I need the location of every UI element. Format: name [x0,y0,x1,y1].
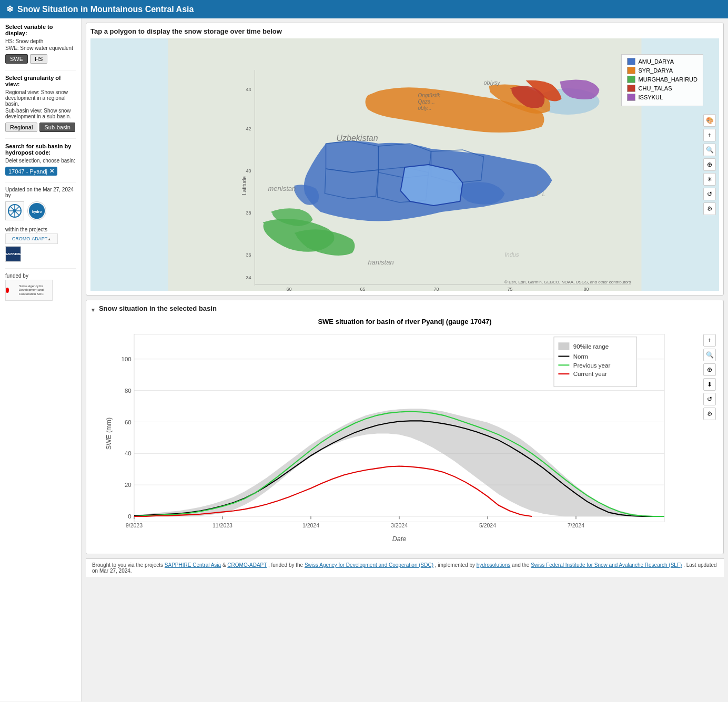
svg-text:© Esri, Esri, Garmin, GEBCO, N: © Esri, Esri, Garmin, GEBCO, NOAA, USGS,… [504,280,631,284]
svg-text:34: 34 [246,275,251,280]
svg-text:SWE (mm): SWE (mm) [105,418,113,450]
color-wheel-button[interactable]: 🎨 [703,114,716,127]
svg-text:Uzbekistan: Uzbekistan [337,134,378,143]
app-header: ❄ Snow Situation in Mountainous Central … [0,0,728,18]
variable-label: Select variable to display: [5,24,76,36]
svg-text:11/2023: 11/2023 [213,522,232,528]
badge-close-button[interactable]: ✕ [49,168,54,175]
map-refresh-button[interactable]: ↺ [703,188,716,200]
sapphire-logo: SAPPHIRE [5,246,21,262]
svg-text:90%ile range: 90%ile range [573,343,609,350]
footer-text-and: and the [512,562,531,568]
svg-text:menistan: menistan [268,185,296,192]
svg-text:Latitude: Latitude [241,176,247,195]
sapphire-area: SAPPHIRE [5,246,76,262]
svg-text:Indus: Indus [505,251,519,258]
svg-text:70: 70 [433,287,439,291]
footer-and: & [223,562,227,568]
svg-text:5/2024: 5/2024 [479,522,496,528]
chart-search-button[interactable]: 🔍 [703,349,716,361]
badge-text: 17047 - Pyandj [8,168,47,175]
regional-desc: Regional view: Show snow development in … [5,89,76,107]
chart-settings-button[interactable]: ⚙ [703,408,716,420]
svg-text:oblysy: oblysy [484,79,501,86]
chart-title: SWE situation for basin of river Pyandj … [90,318,719,325]
svg-point-5 [13,209,16,212]
legend-amu-darya: AMU_DARYA [627,58,697,65]
svg-text:65: 65 [360,287,365,291]
sidebar: Select variable to display: HS: Snow dep… [0,18,82,701]
footer-sapphire-link[interactable]: SAPPHIRE Central Asia [165,562,221,568]
svg-text:Current year: Current year [573,371,607,377]
svg-text:40: 40 [125,451,132,457]
within-projects-text: within the projects [5,227,76,232]
sdc-logo: Swiss Agency for Development and Coopera… [5,280,53,301]
footer-sdc-link[interactable]: Swiss Agency for Development and Coopera… [305,562,433,568]
footer-slf-link[interactable]: Swiss Federal Institude for Snow and Ava… [531,562,682,568]
swe-button[interactable]: SWE [5,54,28,64]
svg-text:38: 38 [246,210,251,216]
header-icon: ❄ [6,4,13,14]
svg-text:9/2023: 9/2023 [126,522,143,528]
footer-text-impl: , implemented by [435,562,477,568]
chart-download-button[interactable]: ⬇ [703,378,716,391]
updated-section: Updated on the Mar 27, 2024 by [5,187,76,220]
chart-refresh-button[interactable]: ↺ [703,393,716,405]
svg-text:80: 80 [583,287,589,291]
legend-color-murghab [627,76,635,83]
divider-2 [5,138,76,139]
app-title: Snow Situation in Mountainous Central As… [17,5,194,14]
divider-1 [5,70,76,70]
svg-text:36: 36 [246,252,251,258]
projects-section: within the projects CROMO-ADAPT ▲ SAPPHI… [5,227,76,262]
legend-murghab: MURGHAB_HARIRUD [627,76,697,83]
chart-toolbar: + 🔍 ⊕ ⬇ ↺ ⚙ [703,334,716,420]
svg-text:100: 100 [122,356,132,362]
map-filter-button[interactable]: ✳ [703,173,716,186]
svg-text:Previous year: Previous year [573,362,611,369]
legend-label-murghab: MURGHAB_HARIRUD [639,76,697,83]
map-settings-button[interactable]: ⚙ [703,202,716,215]
map-container[interactable]: Uzbekistan menistan hanistan oblysy Ongt… [90,38,719,291]
chart-zoom-in-button[interactable]: + [703,334,716,347]
svg-text:obly...: obly... [418,105,432,111]
legend-label-issykul: ISSYKUL [639,94,663,100]
svg-rect-64 [558,342,569,350]
subbasin-button[interactable]: Sub-basin [39,123,75,132]
variable-section: Select variable to display: HS: Snow dep… [5,24,76,64]
svg-text:Date: Date [392,535,407,543]
zoom-in-button[interactable]: + [703,129,716,141]
map-search-button[interactable]: 🔍 [703,144,716,156]
footer-cromo-link[interactable]: CROMO-ADAPT [227,562,267,568]
footer-text-mid: , funded by the [268,562,305,568]
chart-svg: 0 20 40 60 80 100 9/2023 11/2023 1/2024 … [90,329,719,550]
main-layout: Select variable to display: HS: Snow dep… [0,18,728,701]
map-toolbar: 🎨 + 🔍 ⊕ ✳ ↺ ⚙ [703,114,716,215]
legend-color-syr [627,67,635,74]
svg-text:20: 20 [125,482,132,488]
map-layers-button[interactable]: ⊕ [703,158,716,171]
legend-label-syr: SYR_DARYA [639,67,673,74]
funding-section: funded by Swiss Agency for Development a… [5,273,76,301]
svg-text:60: 60 [286,287,291,291]
divider-3 [5,182,76,182]
search-section: Search for sub-basin by hydropost code: … [5,143,76,176]
updated-text: Updated on the Mar 27, 2024 by [5,187,76,198]
svg-text:60: 60 [125,419,132,425]
svg-text:Qaza...: Qaza... [418,99,435,105]
slf-logo [5,201,24,220]
footer-hydro-link[interactable]: hydrosolutions [477,562,510,568]
chart-layers-button[interactable]: ⊕ [703,363,716,376]
granularity-section: Select granularity of view: Regional vie… [5,75,76,132]
svg-text:75: 75 [507,287,512,291]
regional-button[interactable]: Regional [5,123,37,132]
hs-button[interactable]: HS [30,54,47,64]
svg-text:44: 44 [246,87,251,92]
svg-text:40: 40 [246,168,251,174]
svg-text:1/2024: 1/2024 [302,522,319,528]
map-panel: Tap a polygon to display the snow storag… [86,23,724,296]
legend-chu-talas: CHU_TALAS [627,85,697,92]
legend-color-amu [627,58,635,65]
map-legend: AMU_DARYA SYR_DARYA MURGHAB_HARIRUD CHU_… [621,54,703,106]
collapse-chart-button[interactable]: ▼ [90,307,96,313]
